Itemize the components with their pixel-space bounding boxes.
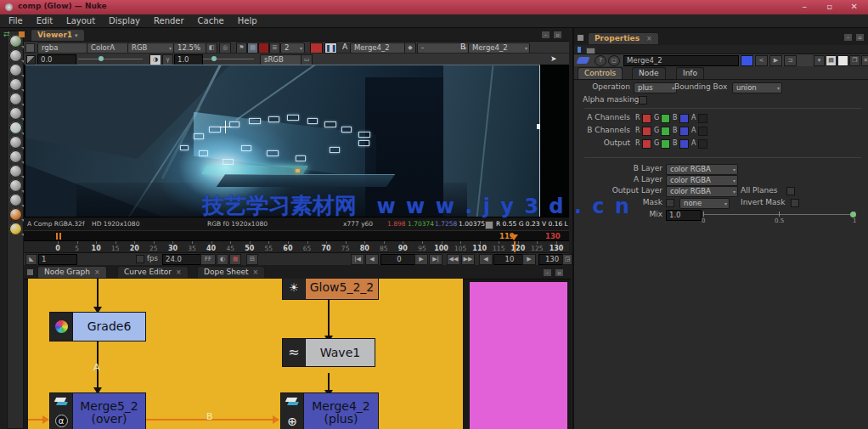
gain-icon[interactable]: [26, 55, 36, 65]
channel-a-checkbox[interactable]: [698, 139, 707, 149]
pipe-left-into-merge5[interactable]: [28, 419, 43, 421]
sync-button[interactable]: ⊟: [246, 254, 258, 265]
other-icon[interactable]: [9, 194, 22, 206]
menu-cache[interactable]: Cache: [198, 16, 224, 25]
channel-b-checkbox[interactable]: [679, 114, 689, 123]
panel-menu-icon[interactable]: [578, 35, 583, 41]
tab-close-icon[interactable]: ×: [176, 268, 182, 276]
node-help-button[interactable]: ?: [595, 55, 606, 66]
center-node-button[interactable]: ⊐: [784, 55, 797, 66]
play-back-button[interactable]: ◀: [365, 254, 379, 265]
node-merge4-2[interactable]: ⊕ Merge4_2 (plus): [280, 392, 379, 429]
corner-button[interactable]: ◣: [25, 254, 37, 265]
mix-field[interactable]: 1.0: [666, 210, 702, 221]
channel-icon[interactable]: [9, 78, 22, 91]
alpha-masking-checkbox[interactable]: [639, 96, 647, 104]
channel-b-checkbox[interactable]: [679, 127, 689, 136]
node-graph-canvas[interactable]: A B Grade6 ☀ Glow5_2_2: [24, 279, 571, 429]
pipe-into-grade[interactable]: [97, 279, 99, 308]
menu-help[interactable]: Help: [238, 16, 257, 25]
node-glow5-2-2[interactable]: ☀ Glow5_2_2: [282, 279, 379, 300]
pin-icon[interactable]: [578, 47, 581, 53]
layout-b-button[interactable]: [837, 55, 848, 66]
properties-tab[interactable]: Properties ×: [588, 32, 659, 44]
properties-float-icon[interactable]: ▫: [855, 33, 865, 42]
viewer-panel-minimize-icon[interactable]: –: [541, 31, 550, 39]
menu-render[interactable]: Render: [154, 16, 184, 25]
tab-node[interactable]: Node: [632, 67, 666, 79]
tab-close-icon[interactable]: ×: [253, 268, 259, 276]
menu-display[interactable]: Display: [109, 16, 140, 25]
filter-icon[interactable]: [9, 107, 22, 120]
channel-r-checkbox[interactable]: [642, 139, 651, 149]
invert-mask-checkbox[interactable]: [791, 199, 799, 207]
operation-dropdown[interactable]: plus: [634, 82, 677, 93]
color-icon[interactable]: [9, 93, 22, 105]
node-grade6[interactable]: Grade6: [49, 312, 146, 342]
tab-close-icon[interactable]: ×: [94, 268, 100, 276]
frame-increment-field[interactable]: 10: [493, 254, 526, 265]
node-lock-button[interactable]: ◻: [608, 55, 620, 66]
mix-slider-handle[interactable]: [850, 212, 856, 217]
prev-key-button[interactable]: ◀◀: [447, 254, 460, 265]
gamma-slider-handle[interactable]: [211, 56, 217, 61]
fps-field[interactable]: 24.0: [162, 254, 203, 265]
play-script-button[interactable]: ▶: [769, 55, 782, 66]
step-back-button[interactable]: ◀: [479, 254, 493, 265]
layer-menu-icon[interactable]: [25, 43, 35, 53]
all-planes-checkbox[interactable]: [786, 187, 795, 195]
a-layer-dropdown[interactable]: color RGBA: [666, 175, 738, 186]
swap-views-icon[interactable]: ⇄: [3, 30, 10, 38]
go-start-button[interactable]: |◀: [351, 254, 364, 265]
close-button[interactable]: ✕: [851, 2, 858, 11]
minimize-button[interactable]: –: [803, 1, 808, 12]
pipe-wave-to-merge4[interactable]: [328, 373, 330, 392]
mask-checkbox[interactable]: [666, 199, 674, 207]
header-dropdown-icon[interactable]: ▾: [814, 55, 825, 66]
node-color-swatch[interactable]: [741, 55, 753, 66]
b-layer-dropdown[interactable]: color RGBA: [666, 164, 738, 175]
viewer-tab-caret-icon[interactable]: ▾: [75, 32, 78, 39]
channel-b-checkbox[interactable]: [679, 139, 689, 149]
playhead-triangle-icon[interactable]: [510, 234, 518, 240]
channel-r-checkbox[interactable]: [642, 114, 651, 123]
float-panel-button[interactable]: ❐: [849, 55, 860, 66]
gain-slider[interactable]: [78, 59, 143, 59]
tab-info[interactable]: Info: [676, 67, 704, 79]
fps-lock-checkbox[interactable]: [136, 255, 144, 263]
channel-g-checkbox[interactable]: [661, 139, 670, 149]
go-end-button[interactable]: ▶|: [429, 254, 442, 265]
channel-g-checkbox[interactable]: [661, 127, 670, 136]
step-fwd-button[interactable]: ▶: [522, 254, 536, 265]
properties-tab-close-icon[interactable]: ×: [646, 35, 652, 42]
flipbook-button[interactable]: ▦: [229, 254, 241, 265]
range-lock-icon[interactable]: ◲: [562, 254, 572, 265]
bbox-dropdown[interactable]: union: [732, 82, 782, 93]
timeline-ruler[interactable]: 0510152025303540455055606570758085909510…: [24, 240, 569, 253]
maximize-button[interactable]: ▫: [826, 2, 832, 11]
ff-button[interactable]: FF: [200, 254, 216, 265]
node-merge5-2[interactable]: α Merge5_2 (over): [49, 392, 146, 429]
pipe-glow-to-wave[interactable]: [328, 298, 330, 337]
time-icon[interactable]: [9, 64, 22, 76]
node-graph-float-icon[interactable]: ▫: [555, 268, 564, 277]
views-icon[interactable]: [9, 179, 22, 192]
node-name-field[interactable]: Merge4_2: [623, 55, 739, 66]
gain-slider-handle[interactable]: [99, 56, 104, 61]
viewer-tab[interactable]: Viewer1 ▾: [31, 29, 85, 42]
panel-menu-icon[interactable]: [27, 269, 33, 275]
loop-in-field[interactable]: 0: [380, 254, 418, 265]
ofx-icon[interactable]: [9, 208, 22, 221]
output-layer-dropdown[interactable]: color RGBA: [666, 186, 738, 197]
tab-node-graph[interactable]: Node Graph×: [37, 266, 107, 278]
input-process-icon[interactable]: [19, 31, 25, 37]
menu-edit[interactable]: Edit: [37, 16, 53, 25]
layout-a-button[interactable]: ▤: [826, 55, 837, 66]
menu-layout[interactable]: Layout: [66, 16, 95, 25]
user-icon[interactable]: [9, 223, 22, 235]
menu-file[interactable]: File: [8, 16, 23, 25]
3d-icon[interactable]: [9, 165, 22, 178]
channel-r-checkbox[interactable]: [642, 127, 651, 136]
playhead-line[interactable]: [514, 241, 516, 253]
merge-icon[interactable]: [9, 136, 22, 149]
